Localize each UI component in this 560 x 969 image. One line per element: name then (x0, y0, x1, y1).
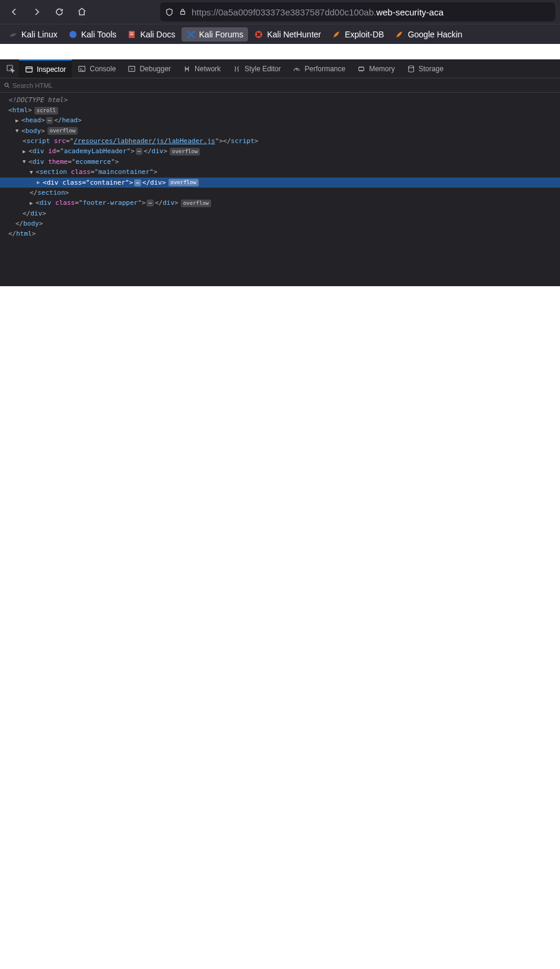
svg-point-11 (408, 65, 413, 68)
dom-theme-div-open[interactable]: ▼<div theme="ecommerce"> (0, 157, 560, 167)
bookmarks-bar: Kali Linux Kali Tools Kali Docs Kali For… (0, 24, 560, 44)
svg-rect-10 (359, 67, 364, 70)
dom-labheader[interactable]: ▶<div id="academyLabHeader">⋯</div>overf… (0, 146, 560, 157)
home-button[interactable] (72, 2, 91, 21)
dom-tree[interactable]: <!DOCTYPE html> <html>scroll ▶<head>⋯</h… (0, 93, 560, 286)
svg-point-1 (69, 31, 77, 38)
tab-console[interactable]: Console (72, 59, 122, 78)
dom-script[interactable]: <script src="/resources/labheader/js/lab… (0, 136, 560, 146)
nethunter-icon (254, 30, 263, 39)
google-hacking-icon (394, 30, 404, 39)
tab-label: Network (195, 65, 221, 73)
network-icon (183, 65, 191, 73)
bookmark-kali-forums[interactable]: Kali Forums (182, 27, 249, 42)
search-html-bar[interactable] (0, 78, 560, 93)
forward-button[interactable] (27, 2, 46, 21)
tab-label: Debugger (139, 65, 171, 73)
bookmark-google-hacking[interactable]: Google Hackin (390, 27, 467, 42)
docs-icon (127, 30, 136, 39)
dom-footer[interactable]: ▶<div class="footer-wrapper">⋯</div>over… (0, 198, 560, 208)
bookmark-exploit-db[interactable]: Exploit-DB (327, 27, 389, 42)
bookmark-label: Kali Tools (81, 30, 117, 39)
dom-head[interactable]: ▶<head>⋯</head> (0, 115, 560, 126)
svg-rect-7 (26, 66, 33, 72)
tab-label: Storage (419, 65, 444, 73)
dom-theme-div-close[interactable]: </div> (0, 208, 560, 218)
tab-label: Console (90, 65, 116, 73)
tools-icon (68, 30, 78, 39)
devtools-panel: Inspector Console Debugger Network Style… (0, 59, 560, 286)
bookmark-label: Kali Forums (199, 30, 244, 39)
tab-label: Style Editor (244, 65, 281, 73)
shield-icon (165, 8, 174, 17)
tab-storage[interactable]: Storage (401, 59, 450, 78)
bookmark-kali-docs[interactable]: Kali Docs (122, 27, 180, 42)
bookmark-label: Kali Linux (21, 30, 58, 39)
tab-label: Performance (304, 65, 345, 73)
search-html-input[interactable] (12, 82, 556, 89)
inspector-icon (25, 65, 33, 74)
bookmark-label: Exploit-DB (345, 30, 384, 39)
tab-label: Memory (369, 65, 394, 73)
bookmark-label: Kali NetHunter (267, 30, 321, 39)
dom-section-open[interactable]: ▼<section class="maincontainer"> (0, 167, 560, 178)
debugger-icon (128, 65, 136, 73)
search-icon (4, 82, 10, 88)
dom-html-close[interactable]: </html> (0, 229, 560, 239)
dom-doctype[interactable]: <!DOCTYPE html> (0, 95, 560, 105)
page-content-gap (0, 44, 560, 59)
browser-nav-bar: https://0a5a009f033373e3837587dd00c100ab… (0, 0, 560, 24)
back-button[interactable] (5, 2, 24, 21)
url-text: https://0a5a009f033373e3837587dd00c100ab… (192, 7, 444, 17)
dom-section-close[interactable]: </section> (0, 188, 560, 198)
console-icon (78, 65, 86, 73)
bookmark-label: Google Hackin (408, 30, 462, 39)
bookmark-kali-tools[interactable]: Kali Tools (63, 27, 122, 42)
tab-label: Inspector (37, 65, 66, 74)
dom-container-selected[interactable]: ▶<div class="container">⋯</div>overflow (0, 178, 560, 188)
tab-network[interactable]: Network (177, 59, 227, 78)
style-icon (233, 65, 241, 73)
devtools-tabs: Inspector Console Debugger Network Style… (0, 59, 560, 78)
bookmark-kali-nethunter[interactable]: Kali NetHunter (249, 27, 326, 42)
memory-icon (357, 65, 365, 73)
dragon-icon (8, 30, 18, 39)
reload-button[interactable] (50, 2, 69, 21)
dom-html-open[interactable]: <html>scroll (0, 105, 560, 115)
element-picker-button[interactable] (2, 59, 19, 78)
exploit-icon (332, 30, 341, 39)
url-bar[interactable]: https://0a5a009f033373e3837587dd00c100ab… (160, 2, 555, 21)
tab-inspector[interactable]: Inspector (19, 59, 72, 78)
bookmark-kali-linux[interactable]: Kali Linux (4, 27, 62, 42)
bookmark-label: Kali Docs (140, 30, 175, 39)
svg-rect-3 (130, 33, 133, 33)
svg-point-12 (5, 83, 8, 87)
performance-icon (292, 65, 301, 73)
svg-rect-0 (181, 11, 185, 14)
forums-icon (186, 30, 196, 39)
tab-debugger[interactable]: Debugger (122, 59, 177, 78)
svg-rect-4 (130, 34, 133, 35)
storage-icon (407, 65, 415, 73)
dom-body-close[interactable]: </body> (0, 218, 560, 229)
tab-style-editor[interactable]: Style Editor (227, 59, 287, 78)
dom-body-open[interactable]: ▼<body>overflow (0, 126, 560, 137)
tab-memory[interactable]: Memory (351, 59, 400, 78)
tab-performance[interactable]: Performance (287, 59, 351, 78)
lock-icon (179, 8, 187, 16)
